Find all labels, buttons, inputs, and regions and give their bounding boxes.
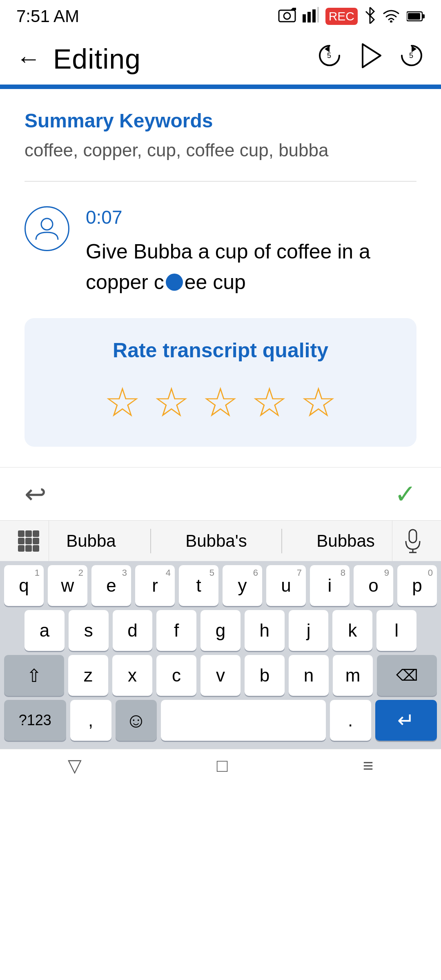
svg-rect-5 [312, 9, 316, 22]
svg-text:5: 5 [327, 51, 331, 60]
key-e[interactable]: 3e [91, 565, 131, 606]
suggestion-3[interactable]: Bubbas [316, 531, 374, 551]
status-bar: 7:51 AM REC [0, 0, 441, 33]
svg-rect-20 [18, 538, 24, 544]
app-bar: ← Editing 5 5 [0, 33, 441, 86]
stars-row: ☆ ☆ ☆ ☆ ☆ [49, 379, 392, 426]
svg-rect-6 [317, 7, 319, 22]
key-enter[interactable]: ↵ [375, 700, 437, 741]
play-button[interactable] [359, 42, 382, 75]
key-d[interactable]: d [113, 610, 153, 651]
key-s[interactable]: s [69, 610, 109, 651]
key-i[interactable]: 8i [310, 565, 350, 606]
keyboard-row-1: 1q 2w 3e 4r 5t 6y 7u 8i 9o 0p [0, 565, 441, 606]
key-q[interactable]: 1q [4, 565, 44, 606]
transcript-meta: 0:07 Give Bubba a cup of coffee in a cop… [86, 206, 416, 298]
svg-rect-3 [303, 14, 306, 22]
key-numbers[interactable]: ?123 [4, 700, 66, 741]
key-n[interactable]: n [289, 655, 329, 696]
microphone-icon[interactable] [392, 521, 433, 561]
key-g[interactable]: g [200, 610, 241, 651]
key-t[interactable]: 5t [179, 565, 218, 606]
camera-icon [278, 7, 296, 26]
svg-point-16 [41, 218, 53, 230]
suggestions-words: Bubba Bubba's Bubbas [49, 529, 392, 553]
transcript-text[interactable]: Give Bubba a cup of coffee in a copper c… [86, 236, 416, 298]
transcript-time: 0:07 [86, 206, 416, 228]
star-4[interactable]: ☆ [251, 379, 288, 426]
svg-rect-9 [422, 14, 425, 18]
svg-point-2 [284, 13, 290, 19]
key-shift[interactable]: ⇧ [4, 655, 64, 696]
svg-rect-18 [25, 530, 32, 537]
transcript-text-after: ee cup [185, 271, 246, 294]
key-b[interactable]: b [245, 655, 285, 696]
undo-button[interactable]: ↩ [24, 479, 47, 509]
transcript-row: 0:07 Give Bubba a cup of coffee in a cop… [24, 206, 416, 298]
key-backspace[interactable]: ⌫ [377, 655, 437, 696]
summary-keywords-text: coffee, copper, cup, coffee cup, bubba [24, 140, 416, 160]
key-l[interactable]: l [376, 610, 416, 651]
nav-back-icon[interactable]: ▽ [68, 755, 82, 776]
key-x[interactable]: x [112, 655, 152, 696]
bluetooth-icon [364, 6, 376, 27]
key-p[interactable]: 0p [397, 565, 437, 606]
nav-home-icon[interactable]: □ [217, 755, 228, 776]
key-space[interactable] [161, 700, 326, 741]
star-5[interactable]: ☆ [300, 379, 337, 426]
key-a[interactable]: a [24, 610, 65, 651]
status-time: 7:51 AM [16, 7, 79, 26]
suggestion-1[interactable]: Bubba [66, 531, 116, 551]
battery-icon [407, 8, 425, 25]
action-bar: ↩ ✓ [0, 467, 441, 520]
key-f[interactable]: f [156, 610, 196, 651]
star-3[interactable]: ☆ [202, 379, 239, 426]
key-m[interactable]: m [333, 655, 373, 696]
wifi-icon [382, 7, 400, 26]
key-u[interactable]: 7u [266, 565, 306, 606]
rate-transcript-title: Rate transcript quality [49, 339, 392, 362]
suggestion-divider-1 [150, 529, 151, 553]
key-v[interactable]: v [200, 655, 241, 696]
svg-rect-4 [307, 12, 311, 22]
avatar [24, 206, 69, 251]
text-cursor [166, 274, 183, 291]
key-k[interactable]: k [332, 610, 372, 651]
key-c[interactable]: c [156, 655, 196, 696]
divider [24, 181, 416, 182]
svg-rect-21 [25, 538, 32, 544]
key-comma[interactable]: , [70, 700, 111, 741]
svg-rect-26 [409, 530, 416, 543]
key-emoji[interactable]: ☺ [116, 700, 157, 741]
nav-menu-icon[interactable]: ≡ [363, 755, 374, 776]
svg-marker-1 [290, 8, 296, 10]
rate-transcript-box: Rate transcript quality ☆ ☆ ☆ ☆ ☆ [24, 318, 416, 447]
app-bar-controls: 5 5 [316, 42, 425, 75]
page-title: Editing [53, 43, 304, 75]
key-w[interactable]: 2w [48, 565, 87, 606]
keyboard-grid-icon[interactable] [8, 521, 49, 561]
back-button[interactable]: ← [16, 45, 41, 73]
key-period[interactable]: . [330, 700, 371, 741]
svg-marker-13 [363, 44, 381, 67]
keyboard: 1q 2w 3e 4r 5t 6y 7u 8i 9o 0p a s d f g … [0, 561, 441, 749]
key-j[interactable]: j [289, 610, 329, 651]
svg-rect-22 [33, 538, 39, 544]
confirm-button[interactable]: ✓ [394, 479, 416, 509]
key-h[interactable]: h [245, 610, 285, 651]
rec-badge: REC [325, 8, 358, 25]
key-z[interactable]: z [68, 655, 108, 696]
forward5-button[interactable]: 5 [398, 42, 425, 75]
person-icon [33, 214, 61, 243]
suggestion-2[interactable]: Bubba's [185, 531, 247, 551]
star-2[interactable]: ☆ [153, 379, 190, 426]
svg-rect-10 [408, 13, 420, 20]
svg-rect-17 [18, 530, 24, 537]
key-r[interactable]: 4r [135, 565, 175, 606]
key-o[interactable]: 9o [354, 565, 393, 606]
key-y[interactable]: 6y [223, 565, 262, 606]
keyboard-row-4: ?123 , ☺ . ↵ [0, 700, 441, 741]
star-1[interactable]: ☆ [104, 379, 141, 426]
svg-text:5: 5 [409, 51, 413, 60]
rewind5-button[interactable]: 5 [316, 42, 343, 75]
